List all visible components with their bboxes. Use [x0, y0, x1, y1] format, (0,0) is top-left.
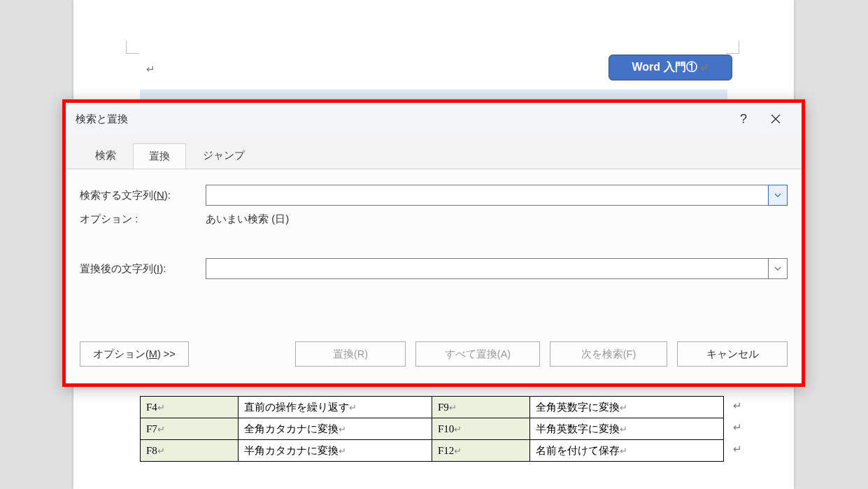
- margin-corner-left: [126, 41, 139, 54]
- paragraph-mark-icon: ↵: [733, 399, 742, 412]
- replace-row: 置換後の文字列(I):: [80, 258, 788, 279]
- close-icon: [771, 114, 781, 124]
- tab-search[interactable]: 検索: [80, 143, 131, 169]
- dialog-tabs: 検索 置換 ジャンプ: [66, 135, 802, 169]
- shortcut-key: F9↵: [432, 397, 530, 418]
- close-button[interactable]: [760, 103, 792, 135]
- paragraph-mark-icon: ↵: [700, 62, 709, 74]
- chevron-down-icon: [774, 193, 781, 197]
- replace-input[interactable]: [206, 258, 768, 279]
- option-value: あいまい検索 (日): [206, 213, 289, 226]
- chevron-down-icon: [774, 267, 781, 271]
- find-row: 検索する文字列(N):: [80, 185, 788, 206]
- dialog-buttons: オプション(M) >> 置換(R) すべて置換(A) 次を検索(F) キャンセル: [80, 341, 788, 367]
- shortcut-desc: 全角英数字に変換↵: [530, 397, 724, 418]
- dialog-title: 検索と置換: [76, 113, 128, 126]
- find-input[interactable]: [206, 185, 768, 206]
- shortcut-desc: 名前を付けて保存↵: [530, 440, 724, 462]
- replace-combo: [206, 258, 788, 279]
- shortcut-desc: 直前の操作を繰り返す↵: [239, 397, 432, 418]
- tab-jump[interactable]: ジャンプ: [187, 143, 260, 169]
- dialog-titlebar: 検索と置換 ?: [66, 103, 802, 135]
- replace-label: 置換後の文字列(I):: [80, 262, 206, 276]
- shortcut-key: F8↵: [141, 440, 239, 462]
- shortcut-key: F7↵: [141, 418, 239, 440]
- option-label: オプション :: [80, 213, 206, 226]
- shortcut-desc: 半角英数字に変換↵: [530, 418, 724, 440]
- paragraph-mark-icon: ↵: [733, 443, 742, 455]
- replace-dropdown-button[interactable]: [768, 258, 788, 279]
- find-dropdown-button[interactable]: [768, 185, 788, 206]
- shortcut-desc: 全角カタカナに変換↵: [239, 418, 432, 440]
- option-row: オプション : あいまい検索 (日): [80, 213, 788, 226]
- find-label: 検索する文字列(N):: [80, 189, 206, 202]
- replace-all-button[interactable]: すべて置換(A): [415, 341, 540, 367]
- find-combo: [206, 185, 788, 206]
- paragraph-mark-icon: ↵: [733, 421, 742, 434]
- paragraph-mark-icon: ↵: [146, 63, 155, 76]
- tab-content: 検索する文字列(N): オプション : あいまい検索 (日) 置換後の文字列(I…: [66, 169, 802, 382]
- table-row: F4↵直前の操作を繰り返す↵F9↵全角英数字に変換↵: [141, 397, 724, 418]
- find-next-button[interactable]: 次を検索(F): [550, 341, 667, 367]
- title-box-text: Word 入門①: [632, 60, 697, 75]
- cancel-button[interactable]: キャンセル: [677, 341, 788, 367]
- shortcut-key: F4↵: [141, 397, 239, 418]
- shortcut-key: F10↵: [432, 418, 530, 440]
- more-options-button[interactable]: オプション(M) >>: [80, 341, 189, 367]
- find-replace-dialog: 検索と置換 ? 検索 置換 ジャンプ 検索する文字列(N):: [62, 99, 805, 387]
- table-row: F8↵半角カタカナに変換↵F12↵名前を付けて保存↵: [141, 440, 724, 462]
- title-box: Word 入門① ↵: [609, 55, 732, 80]
- shortcut-table: F4↵直前の操作を繰り返す↵F9↵全角英数字に変換↵F7↵全角カタカナに変換↵F…: [140, 396, 724, 462]
- table-row: F7↵全角カタカナに変換↵F10↵半角英数字に変換↵: [141, 418, 724, 440]
- dialog-body: 検索 置換 ジャンプ 検索する文字列(N): オプション : あいまい検索 (日…: [66, 135, 802, 383]
- help-button[interactable]: ?: [727, 103, 760, 135]
- tab-replace[interactable]: 置換: [133, 143, 186, 169]
- replace-button[interactable]: 置換(R): [295, 341, 406, 367]
- shortcut-desc: 半角カタカナに変換↵: [239, 440, 432, 462]
- shortcut-key: F12↵: [432, 440, 530, 462]
- margin-corner-right: [726, 41, 739, 54]
